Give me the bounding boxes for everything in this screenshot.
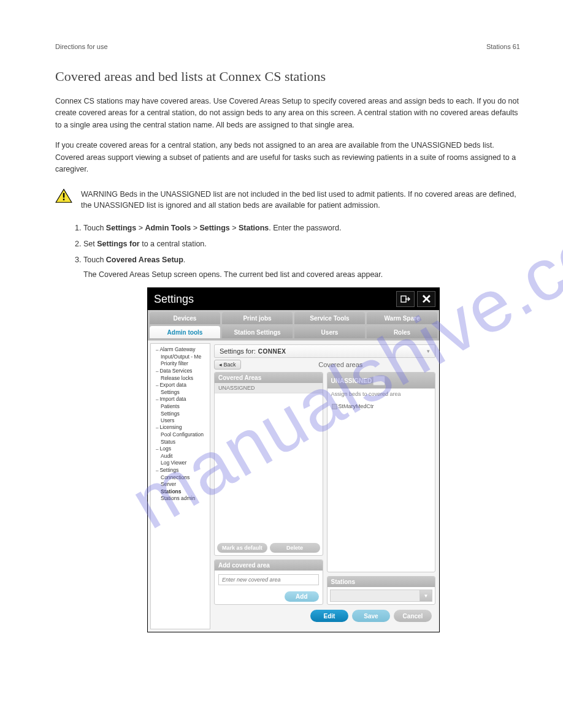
tree-item[interactable]: Licensing [152,424,209,431]
intro-paragraph: If you create covered areas for a centra… [55,140,520,175]
mark-default-button[interactable]: Mark as default [217,543,267,553]
tab-users[interactable]: Users [294,326,365,338]
step-item: Touch Covered Areas Setup. The Covered A… [83,254,520,280]
tree-item[interactable]: Server [152,481,209,488]
warning-icon [55,189,72,205]
header-right: Stations 61 [486,43,520,50]
tree-item[interactable]: Stations [152,488,209,495]
settings-for-value: CONNEX [258,348,286,355]
add-button[interactable]: Add [285,591,318,602]
chevron-down-icon: ▾ [427,348,430,354]
panel-header: Covered Areas [215,373,323,383]
tree-item[interactable]: Connections [152,474,209,481]
tab-warm-spare[interactable]: Warm Spare [367,312,437,324]
tab-service-tools[interactable]: Service Tools [294,312,365,324]
section-heading: Covered areas and bed lists at Connex CS… [55,69,520,85]
stations-select[interactable]: ▼ [330,590,433,602]
svg-rect-1 [63,193,64,198]
tree-item[interactable]: Settings [152,411,209,417]
tab-devices[interactable]: Devices [150,312,220,324]
edit-button[interactable]: Edit [310,610,348,622]
cancel-button[interactable]: Cancel [394,610,432,622]
panel-header: Add covered area [215,560,323,571]
tab-print-jobs[interactable]: Print jobs [222,312,293,324]
window-title: Settings [151,293,194,306]
tree-item[interactable]: Audit [152,453,209,460]
step-item: Set Settings for to a central station. [83,238,520,249]
bed-tree-item[interactable]: StMaryMedCtr [330,402,433,411]
header-left: Directions for use [55,43,108,50]
svg-rect-3 [401,296,406,302]
warning-text: WARNING Beds in the UNASSIGNED list are … [81,189,520,211]
section-label: Covered areas [246,361,435,368]
covered-area-input[interactable] [218,574,319,585]
tree-item[interactable]: Input/Output - Me [152,354,209,360]
covered-areas-panel: Covered Areas UNASSIGNED Mark as default… [214,372,323,556]
assign-label: Assign beds to covered area [327,389,435,400]
tree-item[interactable]: Priority filter [152,360,209,367]
step-item: Touch Settings > Admin Tools > Settings … [83,222,520,233]
unassigned-panel: UNASSIGNED Assign beds to covered area S… [327,372,436,572]
intro-paragraph: Connex CS stations may have covered area… [55,96,520,131]
print-icon[interactable] [373,376,385,385]
page-header: Directions for use Stations 61 [55,43,520,50]
nav-tree[interactable]: Alarm GatewayInput/Output - MePriority f… [150,343,210,629]
tree-item[interactable]: Settings [152,467,209,474]
stations-panel: Stations ▼ [327,576,436,605]
tree-item[interactable]: Logs [152,446,209,453]
tree-item[interactable]: Settings [152,389,209,396]
back-button[interactable]: ◂ Back [214,360,241,370]
panel-header: UNASSIGNED [327,373,435,389]
settings-for-label: Settings for: [220,347,256,355]
tree-item[interactable]: Users [152,417,209,424]
settings-for-dropdown[interactable]: Settings for: CONNEX ▾ [214,344,435,358]
chevron-down-icon: ▼ [420,590,432,602]
tab-station-settings[interactable]: Station Settings [222,326,293,338]
tree-item[interactable]: Log Viewer [152,460,209,466]
logout-icon[interactable] [396,291,415,307]
tree-item[interactable]: Release locks [152,375,209,382]
save-button[interactable]: Save [352,610,390,622]
svg-rect-2 [63,199,64,201]
warning-block: WARNING Beds in the UNASSIGNED list are … [55,189,520,211]
tree-item[interactable]: Status [152,439,209,446]
titlebar: Settings ✕ [148,288,439,310]
tab-roles[interactable]: Roles [367,326,437,338]
tree-item[interactable]: Stations admin [152,495,209,502]
settings-window: Settings ✕ DevicesPrint jobsService Tool… [147,287,440,632]
tree-item[interactable]: Patients [152,403,209,410]
tab-admin-tools[interactable]: Admin tools [150,326,220,338]
tree-item[interactable]: Data Services [152,368,209,375]
covered-area-item[interactable]: UNASSIGNED [215,383,323,393]
step-post-text: The Covered Areas Setup screen opens. Th… [83,269,520,280]
panel-header: Stations [327,577,435,587]
tree-item[interactable]: Pool Configuration [152,431,209,438]
delete-button[interactable]: Delete [270,543,320,553]
tree-item[interactable]: Export data [152,382,209,389]
add-covered-area-panel: Add covered area Add [214,559,323,605]
tree-item[interactable]: Alarm Gateway [152,346,209,354]
close-icon[interactable]: ✕ [417,291,435,307]
tree-item[interactable]: Import data [152,396,209,403]
